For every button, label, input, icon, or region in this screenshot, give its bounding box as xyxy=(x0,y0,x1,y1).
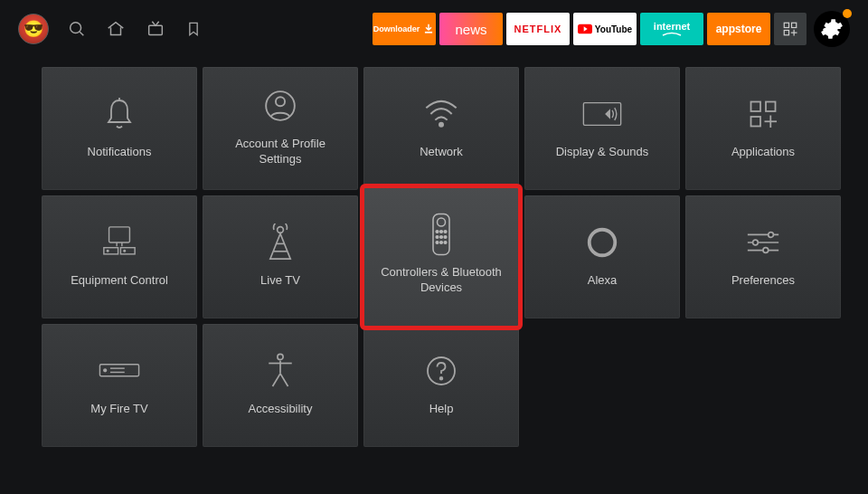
svg-point-49 xyxy=(104,368,107,371)
tile-account-profile[interactable]: Account & Profile Settings xyxy=(203,67,358,190)
tile-preferences[interactable]: Preferences xyxy=(685,195,841,318)
remote-icon xyxy=(431,214,451,254)
svg-point-41 xyxy=(590,229,616,255)
svg-point-47 xyxy=(763,247,769,252)
svg-rect-6 xyxy=(792,23,797,27)
svg-point-26 xyxy=(124,250,126,252)
accessibility-icon xyxy=(265,351,296,391)
app-internet[interactable]: internet xyxy=(640,13,703,45)
svg-point-34 xyxy=(444,231,447,233)
app-netflix-label: NETFLIX xyxy=(514,24,562,34)
app-appstore[interactable]: appstore xyxy=(707,13,770,45)
tile-network[interactable]: Network xyxy=(363,67,519,190)
svg-line-1 xyxy=(80,32,83,35)
tile-label: Live TV xyxy=(260,273,300,289)
svg-rect-15 xyxy=(751,101,761,111)
bookmark-icon[interactable] xyxy=(184,19,203,39)
profile-avatar[interactable]: 😎 xyxy=(18,14,49,44)
svg-point-0 xyxy=(71,23,81,33)
help-icon xyxy=(425,351,458,391)
tile-applications[interactable]: Applications xyxy=(685,67,841,190)
antenna-icon xyxy=(265,223,296,262)
svg-rect-5 xyxy=(784,23,788,27)
tile-label: My Fire TV xyxy=(90,402,147,417)
app-news-label: news xyxy=(455,22,486,37)
svg-point-36 xyxy=(440,236,443,239)
svg-rect-7 xyxy=(784,31,788,35)
svg-rect-30 xyxy=(433,214,449,255)
app-tiles: Downloader news NETFLIX YouTube internet… xyxy=(373,11,850,47)
tile-my-fire-tv[interactable]: My Fire TV xyxy=(42,324,197,447)
tile-label: Accessibility xyxy=(249,402,313,417)
svg-point-33 xyxy=(440,231,443,233)
tile-label: Help xyxy=(429,402,454,417)
display-sound-icon xyxy=(582,94,622,134)
apps-grid-button[interactable] xyxy=(774,13,807,45)
tile-notifications[interactable]: Notifications xyxy=(42,67,197,190)
apps-icon xyxy=(747,94,779,134)
svg-rect-14 xyxy=(583,102,620,125)
sliders-icon xyxy=(745,223,781,262)
svg-rect-17 xyxy=(751,117,761,127)
tile-label: Account & Profile Settings xyxy=(212,137,348,167)
svg-point-32 xyxy=(436,231,439,233)
live-tv-icon[interactable] xyxy=(145,19,166,39)
nav-icons xyxy=(67,19,203,39)
svg-point-40 xyxy=(444,242,447,244)
app-appstore-label: appstore xyxy=(716,23,762,35)
svg-line-55 xyxy=(273,373,281,385)
app-downloader-label: Downloader xyxy=(373,24,420,33)
tile-equipment-control[interactable]: Equipment Control xyxy=(42,195,197,318)
tile-label: Notifications xyxy=(88,145,152,160)
tile-live-tv[interactable]: Live TV xyxy=(203,195,358,318)
bell-icon xyxy=(103,94,136,134)
tile-alexa[interactable]: Alexa xyxy=(524,195,680,318)
svg-point-12 xyxy=(276,97,285,106)
home-icon[interactable] xyxy=(105,19,127,39)
svg-rect-24 xyxy=(120,247,135,253)
svg-point-35 xyxy=(436,236,439,239)
svg-rect-16 xyxy=(766,101,776,111)
wifi-icon xyxy=(423,94,459,134)
firetv-icon xyxy=(99,351,140,391)
svg-point-39 xyxy=(440,242,443,244)
settings-grid: Notifications Account & Profile Settings… xyxy=(0,58,868,465)
svg-point-38 xyxy=(436,242,439,244)
tile-label: Equipment Control xyxy=(71,273,168,289)
tile-label: Preferences xyxy=(731,273,795,289)
tile-label: Network xyxy=(420,145,463,160)
svg-point-31 xyxy=(438,218,446,226)
tile-label: Alexa xyxy=(588,273,618,289)
app-netflix[interactable]: NETFLIX xyxy=(506,13,570,45)
equipment-icon xyxy=(101,223,137,262)
svg-rect-3 xyxy=(425,32,432,33)
topbar: 😎 Downloader news NETFLIX YouTube xyxy=(0,0,868,58)
settings-button-wrap xyxy=(810,11,850,47)
tile-label: Applications xyxy=(731,145,795,160)
app-news[interactable]: news xyxy=(439,13,503,45)
app-youtube-label: YouTube xyxy=(595,24,632,34)
tile-label: Display & Sounds xyxy=(556,145,649,160)
tile-display-sounds[interactable]: Display & Sounds xyxy=(524,67,680,190)
alexa-icon xyxy=(585,223,619,262)
svg-rect-20 xyxy=(109,226,130,242)
app-internet-label: internet xyxy=(654,22,690,32)
svg-point-45 xyxy=(753,240,759,245)
svg-rect-23 xyxy=(104,247,118,253)
svg-rect-2 xyxy=(149,25,163,34)
search-icon[interactable] xyxy=(67,19,87,39)
profile-icon xyxy=(263,86,297,126)
svg-point-52 xyxy=(278,354,283,359)
svg-point-13 xyxy=(439,122,443,126)
tile-help[interactable]: Help xyxy=(363,324,519,447)
tile-controllers-bluetooth[interactable]: Controllers & Bluetooth Devices xyxy=(363,187,519,327)
app-youtube[interactable]: YouTube xyxy=(573,13,637,45)
svg-point-43 xyxy=(769,232,774,237)
settings-notification-dot xyxy=(843,9,852,18)
tile-label: Controllers & Bluetooth Devices xyxy=(373,265,509,296)
tile-accessibility[interactable]: Accessibility xyxy=(203,324,358,447)
svg-point-25 xyxy=(107,250,108,252)
svg-point-58 xyxy=(440,376,443,379)
app-downloader[interactable]: Downloader xyxy=(373,13,436,45)
svg-line-56 xyxy=(280,373,288,385)
